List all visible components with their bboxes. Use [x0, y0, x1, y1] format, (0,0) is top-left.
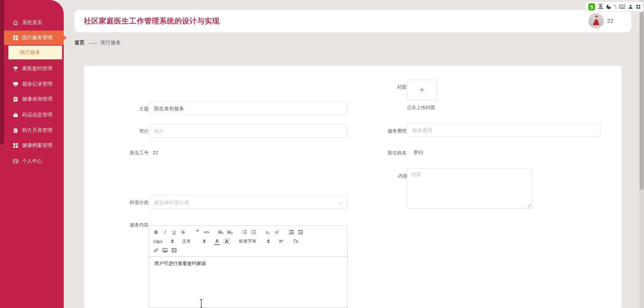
- department-label: 科室分类: [105, 199, 149, 206]
- grid-icon: [13, 35, 18, 41]
- video-icon[interactable]: [171, 247, 177, 254]
- service-content-label: 服务内容: [105, 221, 149, 228]
- cover-label: 封面: [363, 84, 407, 90]
- updown-arrows-icon: [171, 239, 174, 243]
- sidebar-item-system-home[interactable]: 系统首页: [4, 15, 64, 30]
- updown-arrows-icon: [267, 239, 270, 243]
- sign-board-icon: [13, 66, 18, 71]
- sidebar-item-label: 健康咨询管理: [22, 96, 52, 102]
- avatar[interactable]: [588, 13, 604, 29]
- fee-label: 服务费用: [363, 127, 407, 134]
- id-card-icon: [13, 158, 18, 164]
- plus-icon: +: [419, 85, 425, 95]
- doctor-id-label: 医生工号: [105, 149, 149, 156]
- ordered-list-icon[interactable]: [241, 229, 248, 236]
- sidebar-item-label: 个人中心: [22, 158, 42, 164]
- updown-arrows-icon: [203, 239, 206, 243]
- scrollbar-track[interactable]: [639, 0, 644, 308]
- page: 系统首页 医疗服务管理 医疗服务 家医签约管理 就诊记录管理: [0, 0, 644, 308]
- sidebar-item-family-doctor-sign[interactable]: 家医签约管理: [4, 61, 64, 76]
- breadcrumb: 首页 —— 医疗服务: [74, 40, 121, 46]
- clipboard-x-icon: [13, 96, 18, 102]
- sidebar-item-label: 医疗服务管理: [22, 35, 52, 41]
- rich-text-editor: B I U S ” </> H₁ H₂: [149, 225, 348, 308]
- sidebar-subitem-label: 医疗服务: [20, 49, 40, 56]
- editor-text: 用户可进行查看签约家诞: [154, 261, 206, 266]
- image-icon[interactable]: [162, 247, 168, 254]
- textarea-resize-handle[interactable]: [527, 204, 531, 208]
- breadcrumb-separator: ——: [89, 40, 97, 46]
- outdent-icon[interactable]: [288, 229, 294, 236]
- content-textarea[interactable]: [407, 168, 532, 209]
- italic-button[interactable]: I: [162, 229, 168, 236]
- sidebar-subitem-medical-service[interactable]: 医疗服务: [8, 46, 62, 59]
- subscript-button[interactable]: x₂: [265, 229, 271, 236]
- sidebar-item-label: 药品信息管理: [22, 112, 52, 118]
- sidebar-item-label: 就诊记录管理: [22, 81, 52, 87]
- intro-input[interactable]: [149, 124, 348, 138]
- link-icon[interactable]: [153, 247, 159, 254]
- ime-punctuation-toggle[interactable]: °,: [614, 4, 616, 9]
- blockquote-button[interactable]: ”: [195, 229, 201, 236]
- sidebar-item-health-consult[interactable]: 健康咨询管理: [4, 91, 64, 107]
- font-family-dropdown[interactable]: 标准字体: [239, 238, 270, 244]
- scrollbar-thumb[interactable]: [640, 12, 644, 190]
- superscript-button[interactable]: x²: [274, 229, 280, 236]
- cover-upload-hint: 点击上传封面: [407, 105, 435, 111]
- heading2-button[interactable]: H₂: [227, 229, 233, 236]
- sidebar-item-drug-info[interactable]: 药品信息管理: [4, 107, 64, 122]
- sidebar-item-visit-records[interactable]: 就诊记录管理: [4, 76, 64, 92]
- ime-mode-toggle[interactable]: 五: [598, 3, 603, 10]
- user-icon[interactable]: [628, 4, 633, 9]
- sidebar-accent-strip: [0, 0, 4, 144]
- text-color-button[interactable]: A: [214, 238, 220, 245]
- highlight-color-button[interactable]: A: [223, 238, 230, 245]
- keyboard-icon[interactable]: [619, 5, 625, 9]
- header: 社区家庭医生工作管理系统的设计与实现 22: [74, 10, 631, 32]
- doctor-name-value: 李行: [413, 149, 423, 156]
- sidebar-item-label: 药方开具管理: [22, 127, 52, 134]
- department-select[interactable]: [149, 196, 348, 209]
- sidebar-item-prescription[interactable]: 药方开具管理: [4, 122, 64, 138]
- breadcrumb-current: 医疗服务: [101, 40, 121, 46]
- subject-label: 主题: [105, 105, 149, 112]
- sidebar-item-health-archive[interactable]: 健康档案管理: [4, 138, 64, 153]
- content-label: 内容: [364, 172, 408, 179]
- strikethrough-button[interactable]: S: [180, 229, 186, 236]
- monitor-icon: [13, 81, 18, 87]
- editor-content-area[interactable]: 用户可进行查看签约家诞: [149, 257, 347, 308]
- user-id-badge: 22: [607, 10, 613, 32]
- clear-format-button[interactable]: Tx: [292, 238, 299, 245]
- bullet-list-icon[interactable]: [251, 229, 257, 236]
- sidebar-item-label: 家医签约管理: [22, 65, 52, 72]
- ime-toolbar: S 五 °,: [586, 2, 643, 12]
- doctor-id-value: 22: [153, 149, 158, 156]
- moon-icon[interactable]: [606, 4, 611, 9]
- intro-label: 简介: [105, 127, 149, 134]
- align-icon[interactable]: [278, 238, 284, 245]
- font-size-dropdown[interactable]: 14px: [153, 239, 174, 244]
- underline-button[interactable]: U: [171, 229, 177, 236]
- page-title: 社区家庭医生工作管理系统的设计与实现: [84, 10, 220, 32]
- fee-input[interactable]: [407, 123, 601, 137]
- sidebar: 系统首页 医疗服务管理 医疗服务 家医签约管理 就诊记录管理: [0, 0, 64, 308]
- ime-logo-icon[interactable]: S: [588, 3, 595, 10]
- clipboard-icon: [13, 127, 18, 133]
- editor-toolbar: B I U S ” </> H₁ H₂: [149, 226, 347, 257]
- subject-input[interactable]: [149, 102, 348, 115]
- doctor-name-label: 医生姓名: [363, 149, 407, 156]
- breadcrumb-home[interactable]: 首页: [74, 40, 85, 46]
- home-icon: [13, 20, 18, 25]
- heading1-button[interactable]: H₁: [218, 229, 224, 236]
- form-card: 主题 简介 医生工号 22 科室分类 服务内容 B I U S ” </>: [84, 66, 622, 308]
- bag-icon: [13, 112, 18, 118]
- text-style-dropdown[interactable]: 文本: [182, 238, 206, 244]
- sidebar-item-medical-service-mgmt[interactable]: 医疗服务管理: [4, 31, 64, 45]
- code-block-button[interactable]: </>: [204, 229, 210, 236]
- toolbox-grid-icon[interactable]: [636, 4, 641, 9]
- indent-icon[interactable]: [298, 229, 304, 236]
- sidebar-item-personal-center[interactable]: 个人中心: [4, 153, 64, 169]
- cover-upload-box[interactable]: +: [407, 80, 437, 100]
- sidebar-item-label: 健康档案管理: [22, 142, 52, 149]
- bold-button[interactable]: B: [153, 229, 159, 236]
